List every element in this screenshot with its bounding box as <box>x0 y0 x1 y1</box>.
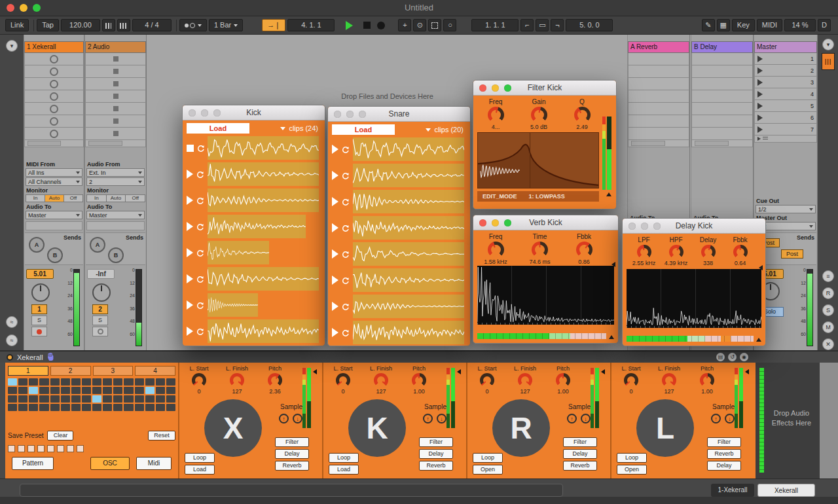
io-show-icon[interactable]: ≡ <box>822 270 834 282</box>
sample-row[interactable] <box>185 136 322 160</box>
play-icon[interactable] <box>187 300 193 310</box>
mixer-view-icon[interactable]: ||| <box>822 53 835 70</box>
volume-display[interactable]: 5.01 <box>26 269 54 279</box>
verb-window-titlebar[interactable]: Verb Kick <box>473 215 618 230</box>
sample-down-button[interactable]: ↓ <box>293 414 302 423</box>
step-cell[interactable] <box>18 387 27 394</box>
kick-window[interactable]: Kick Load clips (24) <box>182 105 325 346</box>
sample-up-button[interactable]: ↑ <box>423 414 433 423</box>
step-cell[interactable] <box>39 378 48 386</box>
wave-toggle-icon[interactable]: ≈ <box>6 334 18 346</box>
return-header-delay[interactable]: B Delay <box>691 41 753 53</box>
sampler-knob[interactable] <box>700 373 714 387</box>
play-button[interactable] <box>346 21 353 30</box>
filter-kick-window[interactable]: Filter Kick Freq4...Gain5.0 dBQ2.49 EDIT… <box>473 80 617 209</box>
sample-row[interactable] <box>185 162 322 186</box>
step-cell[interactable] <box>103 404 112 411</box>
minimize-icon[interactable] <box>492 219 499 226</box>
crossfader-show-icon[interactable]: ✕ <box>822 338 834 350</box>
arm-button[interactable] <box>92 327 108 336</box>
loop-icon[interactable] <box>341 250 350 259</box>
preset-slot-button[interactable] <box>27 445 35 452</box>
step-cell[interactable] <box>8 404 17 411</box>
loop-length-display[interactable]: 5. 0. 0 <box>566 19 613 31</box>
clip-slot[interactable] <box>691 53 753 65</box>
nudge-down-button[interactable] <box>102 19 115 31</box>
tempo-display[interactable]: 120.00 <box>61 19 100 31</box>
follow-button[interactable]: →❘ <box>262 19 285 31</box>
reverb-button[interactable]: Reverb <box>419 461 453 471</box>
play-icon[interactable] <box>332 276 338 285</box>
metronome-button[interactable] <box>179 19 207 31</box>
step-cell[interactable] <box>156 395 165 403</box>
knob[interactable] <box>488 242 504 258</box>
step-cell[interactable] <box>29 395 38 403</box>
step-cell[interactable] <box>156 387 165 394</box>
loop-icon[interactable] <box>341 198 350 206</box>
clip-slot[interactable] <box>85 115 146 128</box>
step-cell[interactable] <box>103 378 112 386</box>
load-button[interactable]: Load <box>332 124 395 135</box>
load-button[interactable]: Load <box>329 465 359 475</box>
sample-up-button[interactable]: ↑ <box>279 414 289 423</box>
clip-slot[interactable] <box>24 90 84 103</box>
sampler-knob[interactable] <box>556 373 570 387</box>
step-cell[interactable] <box>166 387 175 394</box>
filter-button[interactable]: Filter <box>419 437 453 447</box>
filter-window-titlebar[interactable]: Filter Kick <box>473 81 616 96</box>
clip-slot[interactable] <box>628 78 689 90</box>
verb-kick-window[interactable]: Verb Kick Freq1.58 kHzTime74.6 msFbbk0.8… <box>473 215 619 344</box>
step-cell[interactable] <box>166 404 175 411</box>
step-cell[interactable] <box>50 404 60 411</box>
knob[interactable] <box>733 245 748 259</box>
clip-slot[interactable] <box>628 90 689 103</box>
play-icon[interactable] <box>332 197 338 206</box>
device-chain-label[interactable]: 1-Xekerall <box>711 484 754 497</box>
step-cell[interactable] <box>29 387 38 394</box>
minimize-icon[interactable] <box>492 84 499 92</box>
scene-play-icon[interactable] <box>757 103 763 109</box>
loop-icon[interactable] <box>196 144 205 153</box>
play-icon[interactable] <box>332 145 338 154</box>
clip-slot[interactable] <box>85 53 146 65</box>
capture-midi-button[interactable]: ○ <box>443 19 456 31</box>
sample-row[interactable] <box>185 293 322 317</box>
clip-slot[interactable] <box>85 128 146 140</box>
sample-row[interactable] <box>331 268 467 292</box>
send-a-knob[interactable]: A <box>29 237 45 253</box>
loop-icon[interactable] <box>196 327 204 336</box>
sample-row[interactable] <box>331 137 467 161</box>
clip-slot[interactable] <box>24 128 84 140</box>
zoom-icon[interactable] <box>504 219 511 226</box>
play-icon[interactable] <box>187 248 193 257</box>
step-cell[interactable] <box>50 387 60 394</box>
knob[interactable] <box>488 107 504 123</box>
sample-pad-x[interactable]: X <box>204 399 262 457</box>
step-cell[interactable] <box>156 404 165 411</box>
step-cell[interactable] <box>39 387 48 394</box>
monitor-off-button[interactable]: Off <box>125 194 145 202</box>
step-cell[interactable] <box>166 378 175 386</box>
play-icon[interactable] <box>332 171 338 180</box>
play-icon[interactable] <box>332 249 338 259</box>
close-icon[interactable] <box>628 223 636 230</box>
delay-kick-window[interactable]: Delay Kick LPF2.55 kHzHPF4.39 kHzDelay33… <box>622 218 766 346</box>
play-icon[interactable] <box>187 196 193 205</box>
step-cell[interactable] <box>8 395 17 403</box>
sample-up-button[interactable]: ↑ <box>567 414 577 423</box>
zoom-icon[interactable] <box>504 84 511 92</box>
minimize-icon[interactable] <box>641 223 648 230</box>
sample-row[interactable] <box>331 164 467 187</box>
stop-icon[interactable] <box>187 145 194 152</box>
sampler-knob[interactable] <box>662 373 676 387</box>
filter-mode-value[interactable]: 1: LOWPASS <box>529 193 565 200</box>
scene-play-icon[interactable] <box>757 79 763 86</box>
preset-slot-button[interactable] <box>67 445 74 452</box>
return-header-reverb[interactable]: A Reverb <box>628 41 689 53</box>
preset-slot-button[interactable] <box>47 445 54 452</box>
clip-slot[interactable] <box>691 103 753 115</box>
sample-row[interactable] <box>331 190 467 213</box>
midi-map-button[interactable]: MIDI <box>757 19 782 31</box>
track-header-xekerall[interactable]: 1 Xekerall <box>24 41 84 53</box>
delay-button[interactable]: Delay <box>419 449 453 459</box>
